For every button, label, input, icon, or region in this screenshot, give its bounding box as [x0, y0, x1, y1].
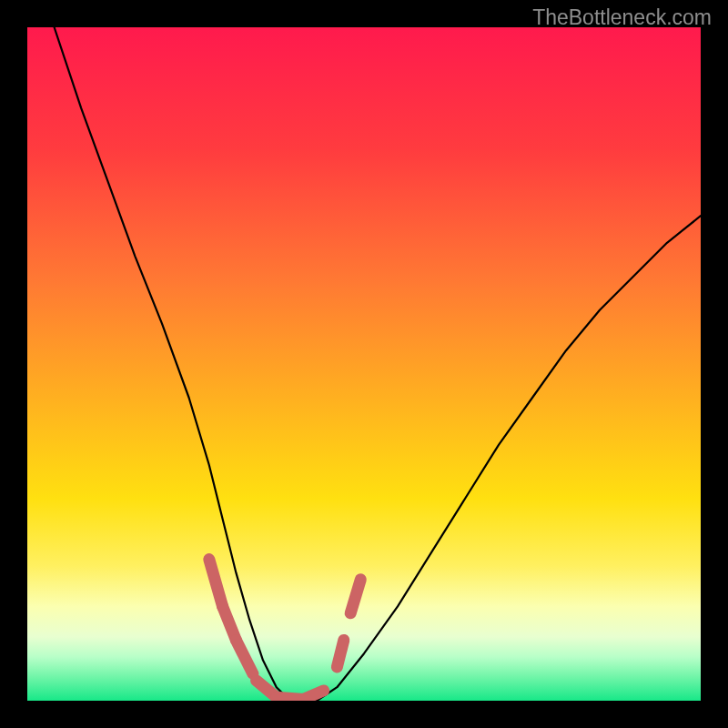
- highlight-dash: [209, 560, 223, 607]
- highlight-dash: [337, 640, 343, 667]
- highlight-dash: [303, 691, 323, 700]
- plot-area: [27, 27, 701, 701]
- curve-layer: [27, 27, 701, 701]
- highlight-dash-group: [209, 560, 360, 700]
- watermark-text: TheBottleneck.com: [532, 5, 712, 30]
- highlight-dash: [236, 640, 253, 673]
- highlight-dash: [350, 580, 360, 613]
- bottleneck-curve: [55, 27, 701, 701]
- chart-frame: TheBottleneck.com: [0, 0, 728, 728]
